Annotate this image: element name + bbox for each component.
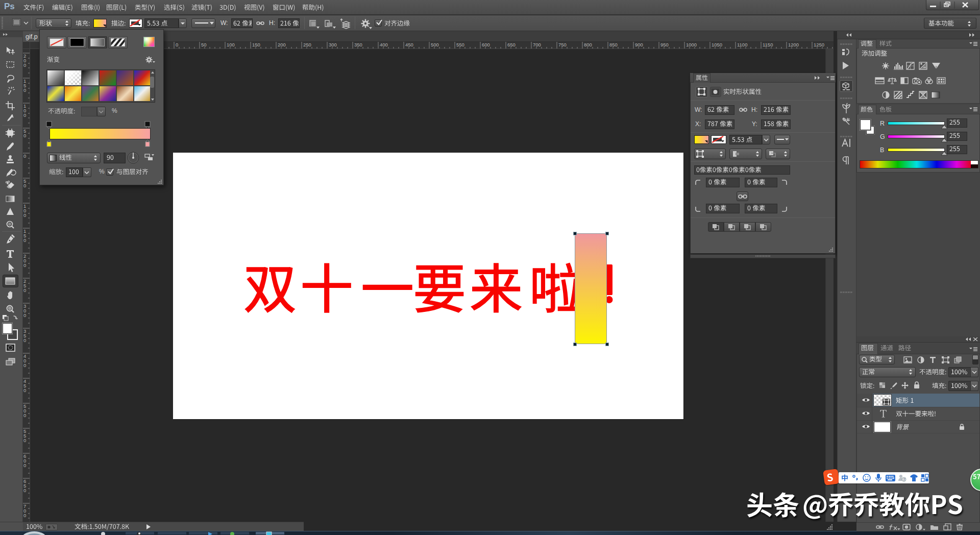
svg-text:7: 7	[903, 478, 905, 481]
